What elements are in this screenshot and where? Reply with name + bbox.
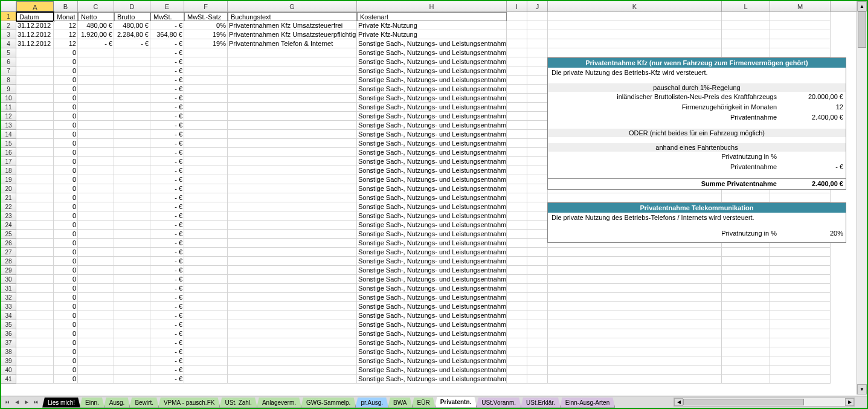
col-header-K[interactable]: K [548,1,722,11]
cell[interactable] [78,76,114,85]
cell[interactable]: - € [150,202,184,211]
cell[interactable] [228,94,357,103]
cell[interactable] [507,338,527,347]
cell[interactable] [184,302,228,311]
cell[interactable] [228,130,357,139]
cell[interactable] [78,266,114,275]
cell[interactable] [770,48,831,57]
cell[interactable] [722,193,770,202]
cell[interactable] [78,148,114,157]
cell[interactable]: Privatentnahmen Kfz Umsatzsteuerpflichti… [228,30,357,39]
row-header[interactable]: 2 [1,21,16,30]
cell[interactable] [527,375,548,384]
cell[interactable] [770,302,831,311]
cell[interactable] [527,148,548,157]
cell[interactable]: Monat [54,12,78,21]
cell[interactable] [184,103,228,112]
cell[interactable] [507,202,527,211]
cell[interactable]: 0 [54,94,78,103]
cell[interactable] [722,375,770,384]
cell[interactable] [78,202,114,211]
cell[interactable] [228,157,357,166]
cell[interactable] [527,94,548,103]
cell[interactable] [770,284,831,293]
col-header-D[interactable]: D [114,1,150,11]
cell[interactable] [770,366,831,375]
row-header[interactable]: 5 [1,48,16,57]
cell[interactable]: - € [150,193,184,202]
cell[interactable] [722,347,770,356]
cell[interactable] [527,130,548,139]
cell[interactable]: 0 [54,284,78,293]
cell[interactable] [114,230,150,239]
cell[interactable]: 12 [54,21,78,30]
cell[interactable] [507,311,527,320]
cell[interactable]: 0 [54,157,78,166]
tab-privatentn-[interactable]: Privatentn. [435,397,477,408]
cell[interactable] [16,112,54,121]
cell[interactable] [507,257,527,266]
cell[interactable]: Sonstige Sach-, Nutzungs- und Leistungse… [357,103,507,112]
cell[interactable] [507,248,527,257]
tab-prev-icon[interactable]: ◀ [12,398,22,407]
cell[interactable]: Sonstige Sach-, Nutzungs- und Leistungse… [357,230,507,239]
cell[interactable] [184,202,228,211]
row-header[interactable]: 34 [1,311,16,320]
cell[interactable] [16,211,54,221]
cell[interactable] [527,230,548,239]
cell[interactable] [16,356,54,366]
cell[interactable]: Sonstige Sach-, Nutzungs- und Leistungse… [357,275,507,284]
cell[interactable] [184,293,228,302]
cell[interactable]: Sonstige Sach-, Nutzungs- und Leistungse… [357,157,507,166]
cell[interactable]: 0 [54,375,78,384]
cell[interactable] [527,39,548,48]
cell[interactable] [78,347,114,356]
cell[interactable] [78,157,114,166]
cell[interactable] [228,121,357,130]
cell[interactable] [78,221,114,230]
cell[interactable] [507,130,527,139]
cell[interactable]: - € [150,266,184,275]
cell[interactable]: Private Kfz-Nutzung [357,30,507,39]
row-header[interactable]: 1 [1,12,16,21]
tab-einn-[interactable]: Einn. [80,398,104,408]
cell[interactable] [114,66,150,76]
row-header[interactable]: 11 [1,103,16,112]
cell[interactable] [527,356,548,366]
cell[interactable] [184,57,228,66]
value[interactable]: 20% [789,229,843,238]
cell[interactable] [548,366,722,375]
cell[interactable] [507,184,527,193]
tab-ausg-[interactable]: Ausg. [104,398,130,408]
cell[interactable] [16,103,54,112]
cell[interactable] [228,320,357,329]
tab-ust--zahl-[interactable]: USt. Zahl. [219,398,257,408]
cell[interactable] [507,76,527,85]
cell[interactable] [548,293,722,302]
cell[interactable]: Sonstige Sach-, Nutzungs- und Leistungse… [357,175,507,184]
cell[interactable] [78,193,114,202]
cell[interactable] [722,48,770,57]
cell[interactable]: 31.12.2012 [16,30,54,39]
cell[interactable] [16,329,54,338]
cell[interactable]: Sonstige Sach-, Nutzungs- und Leistungse… [357,66,507,76]
cell[interactable] [722,356,770,366]
cell[interactable] [770,275,831,284]
cell[interactable] [722,12,770,21]
cell[interactable]: - € [150,184,184,193]
cell[interactable] [527,320,548,329]
cell[interactable] [770,320,831,329]
cell[interactable] [722,329,770,338]
cell[interactable] [548,356,722,366]
cell[interactable] [16,302,54,311]
tab-ust-erkl-r-[interactable]: USt.Erklär. [521,398,561,408]
cell[interactable] [527,338,548,347]
cell[interactable]: 2.284,80 € [114,30,150,39]
cell[interactable] [184,175,228,184]
cell[interactable] [228,184,357,193]
col-header-B[interactable]: B [54,1,78,11]
cell[interactable] [770,338,831,347]
cell[interactable]: Sonstige Sach-, Nutzungs- und Leistungse… [357,139,507,148]
cell[interactable]: Sonstige Sach-, Nutzungs- und Leistungse… [357,248,507,257]
cell[interactable] [16,347,54,356]
